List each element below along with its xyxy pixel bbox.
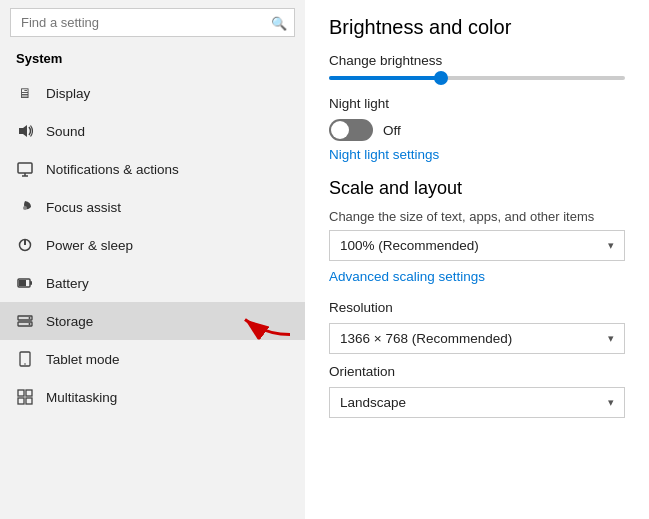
sidebar-item-focus[interactable]: Focus assist [0, 188, 305, 226]
orientation-dropdown-value: Landscape [340, 395, 406, 410]
storage-icon [16, 312, 34, 330]
scale-dropdown-value: 100% (Recommended) [340, 238, 479, 253]
night-light-label: Night light [329, 96, 625, 111]
sidebar-item-label-multitasking: Multitasking [46, 390, 289, 405]
multitasking-icon [16, 388, 34, 406]
advanced-scaling-link[interactable]: Advanced scaling settings [329, 269, 625, 284]
orientation-label: Orientation [329, 364, 625, 379]
svg-rect-1 [18, 163, 32, 173]
sidebar-item-label-notifications: Notifications & actions [46, 162, 289, 177]
sidebar-item-label-tablet: Tablet mode [46, 352, 289, 367]
sidebar-system-title: System [0, 47, 305, 74]
sidebar-item-notifications[interactable]: Notifications & actions [0, 150, 305, 188]
night-light-settings-link[interactable]: Night light settings [329, 147, 625, 162]
svg-rect-19 [18, 398, 24, 404]
search-box[interactable]: 🔍 [10, 8, 295, 37]
svg-rect-20 [26, 398, 32, 404]
toggle-state-label: Off [383, 123, 401, 138]
orientation-dropdown[interactable]: Landscape ▾ [329, 387, 625, 418]
tablet-icon [16, 350, 34, 368]
sound-icon [16, 122, 34, 140]
sidebar-item-battery[interactable]: Battery [0, 264, 305, 302]
scale-sub-label: Change the size of text, apps, and other… [329, 209, 625, 224]
search-input[interactable] [10, 8, 295, 37]
resolution-dropdown-value: 1366 × 768 (Recommended) [340, 331, 512, 346]
brightness-slider-track[interactable] [329, 76, 625, 80]
brightness-slider-thumb[interactable] [434, 71, 448, 85]
night-light-toggle[interactable] [329, 119, 373, 141]
sidebar-item-label-power: Power & sleep [46, 238, 289, 253]
scale-dropdown[interactable]: 100% (Recommended) ▾ [329, 230, 625, 261]
battery-icon [16, 274, 34, 292]
night-light-row: Night light Off [329, 96, 625, 141]
sidebar-item-display[interactable]: 🖥 Display [0, 74, 305, 112]
toggle-row: Off [329, 119, 625, 141]
sidebar-item-storage-wrapper: Storage [0, 302, 305, 340]
resolution-dropdown[interactable]: 1366 × 768 (Recommended) ▾ [329, 323, 625, 354]
sidebar-item-storage[interactable]: Storage [0, 302, 305, 340]
svg-rect-18 [26, 390, 32, 396]
sidebar-item-label-storage: Storage [46, 314, 289, 329]
svg-point-13 [29, 323, 31, 325]
orientation-dropdown-chevron-icon: ▾ [608, 396, 614, 409]
scale-dropdown-chevron-icon: ▾ [608, 239, 614, 252]
toggle-knob [331, 121, 349, 139]
scale-section-title: Scale and layout [329, 178, 625, 199]
display-icon: 🖥 [16, 84, 34, 102]
brightness-section-title: Brightness and color [329, 16, 625, 39]
svg-rect-8 [19, 280, 26, 286]
resolution-dropdown-chevron-icon: ▾ [608, 332, 614, 345]
brightness-slider-fill [329, 76, 441, 80]
sidebar-item-label-display: Display [46, 86, 289, 101]
sidebar-item-power[interactable]: Power & sleep [0, 226, 305, 264]
svg-marker-0 [19, 125, 27, 137]
brightness-label: Change brightness [329, 53, 625, 68]
notifications-icon [16, 160, 34, 178]
brightness-row: Change brightness [329, 53, 625, 80]
sidebar-item-label-focus: Focus assist [46, 200, 289, 215]
sidebar-item-sound[interactable]: Sound [0, 112, 305, 150]
sidebar-item-tablet[interactable]: Tablet mode [0, 340, 305, 378]
power-icon [16, 236, 34, 254]
sidebar-item-multitasking[interactable]: Multitasking [0, 378, 305, 416]
focus-icon [16, 198, 34, 216]
svg-rect-17 [18, 390, 24, 396]
svg-rect-9 [30, 281, 32, 285]
resolution-label: Resolution [329, 300, 625, 315]
svg-point-12 [29, 317, 31, 319]
svg-point-16 [24, 363, 26, 365]
main-content: Brightness and color Change brightness N… [305, 0, 649, 519]
sidebar: 🔍 System 🖥 Display Sound Notifications &… [0, 0, 305, 519]
sidebar-item-label-battery: Battery [46, 276, 289, 291]
svg-point-4 [23, 206, 27, 210]
sidebar-item-label-sound: Sound [46, 124, 289, 139]
